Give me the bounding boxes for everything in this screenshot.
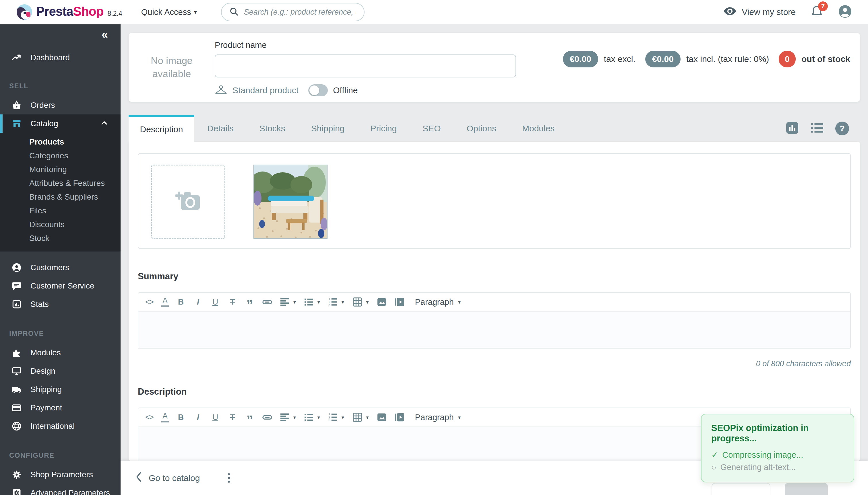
help-icon[interactable]: ? bbox=[835, 122, 849, 135]
footer-secondary-button[interactable] bbox=[711, 483, 770, 495]
code-view-icon[interactable]: <> bbox=[144, 412, 154, 423]
align-icon[interactable] bbox=[280, 412, 290, 423]
bold-icon[interactable]: B bbox=[176, 296, 186, 308]
tab-options[interactable]: Options bbox=[454, 115, 509, 142]
link-icon[interactable] bbox=[262, 296, 273, 308]
submenu-item-discounts[interactable]: Discounts bbox=[0, 218, 120, 232]
code-view-icon[interactable]: <> bbox=[144, 296, 154, 308]
submenu-item-categories[interactable]: Categories bbox=[0, 149, 120, 163]
sidebar-item-advanced-parameters[interactable]: Advanced Parameters bbox=[0, 484, 120, 495]
tax-excl-label: tax excl. bbox=[604, 54, 636, 64]
trending-up-icon bbox=[11, 52, 22, 63]
gear-square-icon bbox=[11, 487, 22, 495]
sidebar-item-catalog[interactable]: Catalog bbox=[0, 115, 120, 133]
text-color-icon[interactable]: A bbox=[161, 297, 169, 307]
blockquote-icon[interactable]: ” bbox=[245, 412, 255, 423]
sidebar-item-stats[interactable]: Stats bbox=[0, 295, 120, 313]
paragraph-style-dropdown[interactable]: Paragraph ▼ bbox=[415, 413, 461, 422]
link-icon[interactable] bbox=[262, 412, 273, 423]
online-status-toggle[interactable] bbox=[308, 84, 328, 96]
sidebar-item-shop-parameters[interactable]: Shop Parameters bbox=[0, 465, 120, 484]
align-icon[interactable] bbox=[280, 296, 290, 308]
sidebar-item-design[interactable]: Design bbox=[0, 362, 120, 380]
topbar-right: View my store 7 bbox=[723, 4, 852, 19]
numbered-list-icon[interactable]: 123 bbox=[328, 412, 338, 423]
numbered-list-icon[interactable]: 123 bbox=[328, 296, 338, 308]
product-name-block: Product name Standard product Offline bbox=[215, 33, 516, 102]
paragraph-style-dropdown[interactable]: Paragraph ▼ bbox=[415, 297, 461, 307]
image-upload-dropzone[interactable] bbox=[151, 165, 225, 239]
sidebar-section-sell: SELL bbox=[0, 82, 120, 90]
insert-image-icon[interactable] bbox=[376, 296, 387, 308]
sidebar-item-dashboard[interactable]: Dashboard bbox=[0, 49, 120, 67]
sidebar-item-modules[interactable]: Modules bbox=[0, 344, 120, 362]
sidebar-item-customer-service[interactable]: Customer Service bbox=[0, 277, 120, 295]
no-image-placeholder: No image available bbox=[129, 33, 215, 102]
insert-video-icon[interactable] bbox=[394, 296, 405, 308]
italic-icon[interactable]: I bbox=[193, 296, 203, 308]
search-input[interactable] bbox=[243, 7, 357, 17]
submenu-item-brands-suppliers[interactable]: Brands & Suppliers bbox=[0, 190, 120, 204]
product-name-input[interactable] bbox=[215, 54, 516, 78]
bullet-list-icon[interactable] bbox=[304, 296, 314, 308]
chevron-down-icon: ▼ bbox=[457, 300, 461, 305]
chevron-down-icon[interactable]: ▼ bbox=[341, 300, 345, 305]
submenu-item-products[interactable]: Products bbox=[0, 135, 120, 149]
text-color-icon[interactable]: A bbox=[161, 412, 169, 423]
tab-description[interactable]: Description bbox=[129, 115, 194, 142]
sidebar-catalog-group: Catalog Products Categories Monitoring A… bbox=[0, 115, 120, 252]
submenu-item-files[interactable]: Files bbox=[0, 204, 120, 218]
table-icon[interactable] bbox=[352, 296, 363, 308]
insert-video-icon[interactable] bbox=[394, 412, 405, 423]
sidebar-item-label: Shipping bbox=[30, 385, 62, 394]
view-my-store-link[interactable]: View my store bbox=[723, 6, 796, 18]
chevron-down-icon[interactable]: ▼ bbox=[341, 415, 345, 420]
notifications-button[interactable]: 7 bbox=[810, 5, 823, 19]
product-image-thumbnail[interactable] bbox=[253, 165, 328, 239]
tab-seo[interactable]: SEO bbox=[410, 115, 454, 142]
quick-access-menu[interactable]: Quick Access ▾ bbox=[141, 7, 197, 17]
summary-editor-body[interactable] bbox=[138, 312, 850, 348]
sidebar-item-international[interactable]: International bbox=[0, 417, 120, 436]
account-avatar[interactable] bbox=[838, 4, 852, 19]
insert-image-icon[interactable] bbox=[376, 412, 387, 423]
chevron-down-icon[interactable]: ▼ bbox=[293, 300, 297, 305]
brand-logo[interactable]: PrestaShop 8.2.4 bbox=[17, 4, 122, 20]
sidebar-item-payment[interactable]: Payment bbox=[0, 399, 120, 417]
tab-shipping[interactable]: Shipping bbox=[298, 115, 358, 142]
submenu-item-stock[interactable]: Stock bbox=[0, 232, 120, 245]
table-icon[interactable] bbox=[352, 412, 363, 423]
underline-icon[interactable]: U bbox=[210, 296, 220, 308]
tab-details[interactable]: Details bbox=[194, 115, 247, 142]
chevron-down-icon[interactable]: ▼ bbox=[293, 415, 297, 420]
tab-pricing[interactable]: Pricing bbox=[358, 115, 410, 142]
strikethrough-icon[interactable]: T bbox=[227, 412, 238, 423]
price-summary-row: €0.00 tax excl. €0.00 tax incl. (tax rul… bbox=[563, 51, 850, 67]
strikethrough-icon[interactable]: T bbox=[227, 296, 238, 308]
footer-primary-button[interactable] bbox=[785, 483, 828, 495]
go-to-catalog-button[interactable]: Go to catalog bbox=[134, 471, 200, 485]
bullet-list-icon[interactable] bbox=[304, 412, 314, 423]
italic-icon[interactable]: I bbox=[193, 412, 203, 423]
chevron-down-icon[interactable]: ▼ bbox=[365, 415, 370, 420]
stats-panel-icon[interactable] bbox=[785, 121, 799, 136]
chevron-down-icon[interactable]: ▼ bbox=[316, 415, 321, 420]
tab-stocks[interactable]: Stocks bbox=[247, 115, 298, 142]
list-view-icon[interactable] bbox=[810, 122, 824, 135]
blockquote-icon[interactable]: ” bbox=[245, 296, 255, 308]
more-actions-icon[interactable] bbox=[226, 471, 232, 485]
sidebar-item-shipping[interactable]: Shipping bbox=[0, 380, 120, 399]
sidebar-item-orders[interactable]: Orders bbox=[0, 96, 120, 115]
chevron-down-icon[interactable]: ▼ bbox=[316, 300, 321, 305]
collapse-sidebar-icon[interactable]: « bbox=[102, 29, 108, 40]
submenu-item-monitoring[interactable]: Monitoring bbox=[0, 163, 120, 176]
underline-icon[interactable]: U bbox=[210, 412, 220, 423]
chevron-down-icon[interactable]: ▼ bbox=[365, 300, 370, 305]
active-accent-bar bbox=[0, 115, 3, 133]
bold-icon[interactable]: B bbox=[176, 412, 186, 423]
sidebar-item-customers[interactable]: Customers bbox=[0, 258, 120, 277]
description-section-title: Description bbox=[138, 387, 851, 397]
tab-modules[interactable]: Modules bbox=[509, 115, 568, 142]
submenu-item-attributes-features[interactable]: Attributes & Features bbox=[0, 176, 120, 190]
bell-icon bbox=[810, 14, 823, 19]
